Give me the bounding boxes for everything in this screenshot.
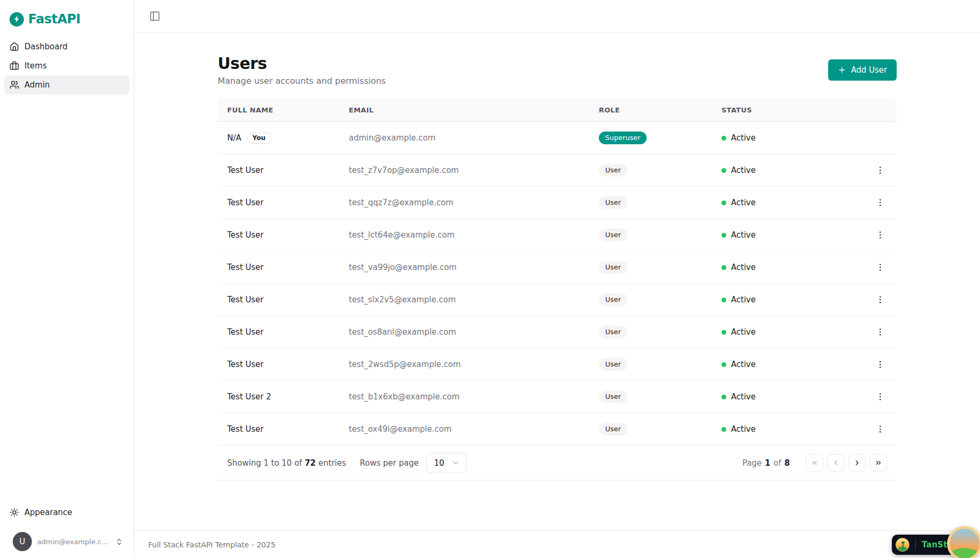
table-row: Test User test_z7v7op@example.com User A… <box>218 154 897 187</box>
total-entries-count: 72 <box>305 458 316 468</box>
table-row: Test User test_va99jo@example.com User A… <box>218 251 897 284</box>
table-header: FULL NAME EMAIL ROLE STATUS <box>218 99 897 122</box>
row-actions-button[interactable] <box>873 422 887 436</box>
first-page-button[interactable] <box>806 454 823 472</box>
active-status-dot <box>721 136 726 141</box>
role-badge: User <box>599 423 627 436</box>
user-email: test_slx2v5@example.com <box>349 295 599 304</box>
user-fullname: N/A <box>227 133 242 143</box>
ellipsis-vertical-icon <box>875 327 885 337</box>
chevron-right-icon <box>853 459 861 467</box>
table-row: Test User 2 test_b1x6xb@example.com User… <box>218 381 897 413</box>
role-badge: User <box>599 164 627 177</box>
status-label: Active <box>731 424 755 434</box>
sidebar-item-dashboard[interactable]: Dashboard <box>4 37 130 56</box>
divider <box>915 539 916 550</box>
prev-page-button[interactable] <box>827 454 845 472</box>
sidebar: FastAPI Dashboard Items Admin Appearance <box>0 0 134 558</box>
status-label: Active <box>731 360 755 369</box>
sidebar-item-items[interactable]: Items <box>4 56 130 75</box>
page-subtitle: Manage user accounts and permissions <box>218 76 386 86</box>
active-status-dot <box>721 233 726 238</box>
status-label: Active <box>731 327 755 337</box>
chevron-down-icon <box>452 459 460 467</box>
ellipsis-vertical-icon <box>875 198 885 207</box>
user-email: test_qqz7z@example.com <box>349 198 599 207</box>
tanstack-devtools-toggle[interactable] <box>947 526 980 558</box>
users-icon <box>10 80 19 90</box>
column-header-email: EMAIL <box>349 106 599 114</box>
row-actions-button[interactable] <box>873 163 887 177</box>
active-status-dot <box>721 168 726 173</box>
ellipsis-vertical-icon <box>875 230 885 240</box>
row-actions-button[interactable] <box>873 196 887 210</box>
page-info-text: Page 1 of 8 <box>742 458 790 468</box>
row-actions-button[interactable] <box>873 358 887 371</box>
user-email: test_os8anl@example.com <box>349 327 599 337</box>
page-content: Users Manage user accounts and permissio… <box>134 33 980 530</box>
row-actions-button[interactable] <box>873 325 887 339</box>
role-badge: User <box>599 326 627 339</box>
sidebar-toggle-button[interactable] <box>147 8 162 24</box>
table-row: Test User test_lct64e@example.com User A… <box>218 219 897 251</box>
row-actions-button[interactable] <box>873 390 887 404</box>
user-fullname: Test User <box>227 295 264 304</box>
user-email-label: admin@example.com <box>37 538 110 546</box>
user-fullname: Test User <box>227 165 264 175</box>
user-fullname: Test User <box>227 198 264 207</box>
ellipsis-vertical-icon <box>875 165 885 175</box>
column-header-status: STATUS <box>721 106 854 114</box>
status-label: Active <box>731 230 755 240</box>
sun-icon <box>10 508 19 517</box>
row-actions-button[interactable] <box>873 228 887 242</box>
rows-per-page-value: 10 <box>434 458 444 468</box>
role-badge: User <box>599 390 627 404</box>
add-user-label: Add User <box>851 65 887 75</box>
table-row: N/A You admin@example.com Superuser Acti… <box>218 122 897 154</box>
user-menu-button[interactable]: U admin@example.com <box>6 529 127 554</box>
main-area: Users Manage user accounts and permissio… <box>134 0 980 558</box>
ellipsis-vertical-icon <box>875 392 885 402</box>
table-row: Test User test_2wsd5p@example.com User A… <box>218 348 897 381</box>
ellipsis-vertical-icon <box>875 424 885 434</box>
role-badge: User <box>599 229 627 242</box>
row-actions-button[interactable] <box>873 260 887 274</box>
user-email: test_z7v7op@example.com <box>349 165 599 175</box>
next-page-button[interactable] <box>848 454 866 472</box>
status-label: Active <box>731 198 755 207</box>
rows-per-page-select[interactable]: 10 <box>426 453 467 473</box>
user-email: test_va99jo@example.com <box>349 263 599 272</box>
active-status-dot <box>721 265 726 270</box>
appearance-button[interactable]: Appearance <box>4 503 130 522</box>
topbar <box>134 0 980 33</box>
add-user-button[interactable]: Add User <box>828 59 897 81</box>
palm-island-icon <box>896 538 909 552</box>
status-label: Active <box>731 133 755 143</box>
avatar: U <box>13 532 32 551</box>
table-row: Test User test_os8anl@example.com User A… <box>218 316 897 348</box>
showing-entries-text: Showing 1 to 10 of 72 entries <box>227 458 346 468</box>
row-actions-button[interactable] <box>873 293 887 307</box>
table-row: Test User test_slx2v5@example.com User A… <box>218 284 897 316</box>
user-email: admin@example.com <box>349 133 599 143</box>
footer-text: Full Stack FastAPI Template - 2025 <box>148 540 276 549</box>
users-table: FULL NAME EMAIL ROLE STATUS N/A You admi… <box>218 99 897 481</box>
page-title: Users <box>218 54 386 73</box>
active-status-dot <box>721 330 726 335</box>
ellipsis-vertical-icon <box>875 360 885 369</box>
role-badge: User <box>599 293 627 307</box>
footer: Full Stack FastAPI Template - 2025 <box>134 530 980 558</box>
sidebar-item-label: Items <box>24 61 47 71</box>
last-page-button[interactable] <box>870 454 887 472</box>
plus-icon <box>838 66 846 74</box>
chevrons-right-icon <box>874 459 882 467</box>
active-status-dot <box>721 200 726 205</box>
user-email: test_b1x6xb@example.com <box>349 392 599 402</box>
ellipsis-vertical-icon <box>875 295 885 304</box>
sidebar-item-admin[interactable]: Admin <box>4 75 130 94</box>
user-fullname: Test User <box>227 327 264 337</box>
role-badge: Superuser <box>599 132 647 145</box>
sidebar-item-label: Admin <box>24 80 50 90</box>
role-badge: User <box>599 358 627 371</box>
chevrons-up-down-icon <box>115 538 123 546</box>
